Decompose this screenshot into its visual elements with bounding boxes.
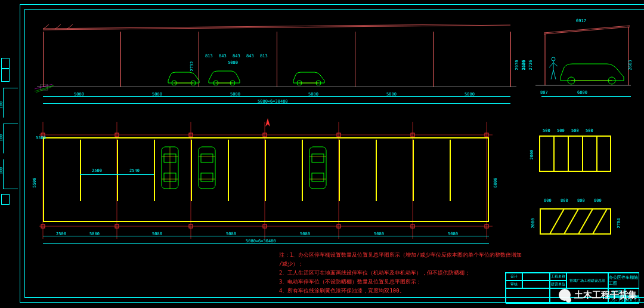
dim-b: 5080	[89, 232, 100, 236]
dim: 500	[571, 128, 579, 133]
svg-line-1	[43, 24, 510, 29]
svg-line-18	[544, 27, 630, 34]
note-4: 4、所有车位线涂刷黄色漆环保油漆，宽度均双100。	[279, 287, 506, 295]
dim-overall: 6000	[494, 178, 499, 188]
scale-label: 100	[0, 101, 4, 109]
dim-b: 5080	[374, 232, 384, 236]
dim: 800	[561, 198, 568, 203]
dim-bay: 5080	[465, 92, 475, 97]
dim-bay: 5080	[308, 92, 318, 97]
svg-line-73	[564, 209, 578, 234]
tb-name: 办公区停车棚施工图	[608, 273, 639, 288]
dim-b: 2500	[56, 232, 66, 236]
dim: 800	[577, 198, 585, 203]
svg-line-72	[550, 209, 564, 234]
tb-proj: 智城广场工程建设总部	[566, 273, 608, 288]
svg-rect-68	[312, 173, 324, 181]
dim-total: 5080×6=30480	[258, 99, 288, 104]
dim-total: 5080×6=30480	[246, 239, 276, 244]
dim: 500	[543, 128, 550, 133]
svg-line-27	[549, 63, 553, 67]
tb-label: 设计	[506, 273, 522, 281]
dim: 800	[594, 198, 602, 203]
dim-inner: 813	[260, 54, 268, 58]
svg-line-7	[36, 87, 52, 93]
svg-line-25	[551, 70, 553, 79]
wechat-icon	[559, 289, 571, 301]
dim-bay: 5080	[152, 92, 162, 97]
tb-label: 审核	[506, 281, 522, 288]
svg-point-23	[552, 57, 555, 61]
dim-margin: 5500	[36, 135, 46, 140]
car-side	[167, 69, 200, 85]
side-scale: 100 100 100	[0, 4, 18, 303]
watermark-text: 土木工程干货集	[574, 289, 637, 301]
dim-bay: 5080	[74, 92, 84, 97]
bike-parking-plan: 500 500 500 500 2000	[532, 128, 618, 179]
scale-label: 100	[0, 167, 4, 175]
dim-h: 2726	[528, 60, 533, 70]
dim: 500	[557, 128, 565, 133]
notes-block: 注：1、办公区停车棚设置数量及位置见总平图所示（增加/减少车位应依本图的单个车位…	[279, 251, 506, 295]
dim-b: 5080	[152, 232, 162, 236]
dim-b: 5080	[448, 232, 458, 236]
svg-line-26	[553, 70, 556, 79]
note-1: 注：1、办公区停车棚设置数量及位置见总平图所示（增加/减少车位应依本图的单个车位…	[279, 251, 506, 260]
note-3: 3、电动车停车位（不设防晒棚）数量及位置见总平图所示；	[279, 278, 506, 287]
dim-inner: 813	[205, 54, 213, 58]
dim-inner: 843	[219, 54, 227, 58]
side-elevation: 6917 6800 807 2126 2726 2603	[530, 21, 631, 90]
dim-width: 6800	[577, 90, 587, 95]
roof-truss	[43, 24, 510, 30]
dim: 800	[544, 198, 552, 203]
dim: 2000	[530, 150, 534, 160]
svg-rect-66	[309, 147, 326, 189]
dim-roof-w: 6917	[576, 19, 586, 23]
car-side	[292, 69, 326, 85]
note-2: 2、工人生活区可在地面画线设停车位（机动车及非机动车），但不提供防晒棚；	[279, 269, 506, 278]
svg-line-75	[593, 209, 607, 234]
dim-col: 807	[540, 90, 548, 95]
tb-label: 工程名称	[550, 273, 566, 281]
car-plan	[160, 144, 179, 191]
svg-rect-63	[201, 173, 213, 181]
dim-b: 5080	[300, 232, 310, 236]
plan-view: 2500 2540 2500 5080 5080 5080 5080 5080 …	[43, 127, 489, 233]
dim-h: 2126	[521, 60, 526, 70]
dim-height: 2732	[190, 61, 194, 72]
dim-inner: 843	[246, 54, 254, 58]
svg-rect-62	[201, 154, 213, 162]
svg-line-0	[43, 25, 510, 30]
dim: 2000	[531, 218, 535, 229]
svg-line-74	[578, 209, 593, 234]
car-plan	[308, 144, 327, 191]
svg-rect-61	[199, 147, 215, 189]
dim-inner: 843	[233, 54, 240, 58]
dim-b: 5080	[226, 232, 236, 236]
dim-h: 2970	[515, 60, 520, 70]
dim: 2704	[617, 218, 622, 229]
tb-label: 建设单位	[550, 281, 566, 288]
dim-lot: 2500	[92, 168, 102, 173]
car-plan	[197, 144, 216, 191]
svg-rect-67	[312, 154, 324, 162]
scale-label: 100	[0, 134, 4, 142]
dim-depth: 5500	[32, 178, 37, 188]
svg-line-28	[553, 63, 558, 66]
angled-parking-plan: 800 800 800 800 2000 2704	[532, 203, 618, 239]
dim: 500	[586, 128, 593, 133]
foundation-hatch	[35, 84, 54, 93]
front-elevation: 813 843 843 843 813 5080 2732 5080 5080 …	[43, 21, 510, 90]
dim-bay: 5080	[386, 92, 397, 97]
dim-lot: 2540	[129, 168, 140, 173]
dim-bay: 5080	[230, 92, 240, 97]
dim-h: 2603	[628, 60, 633, 70]
watermark: 土木工程干货集	[559, 289, 637, 301]
svg-line-19	[544, 26, 630, 33]
car-side	[208, 69, 241, 85]
note-1b: /减少）；	[279, 260, 506, 269]
north-arrow	[261, 118, 275, 130]
dim-inner-total: 5080	[228, 60, 238, 65]
